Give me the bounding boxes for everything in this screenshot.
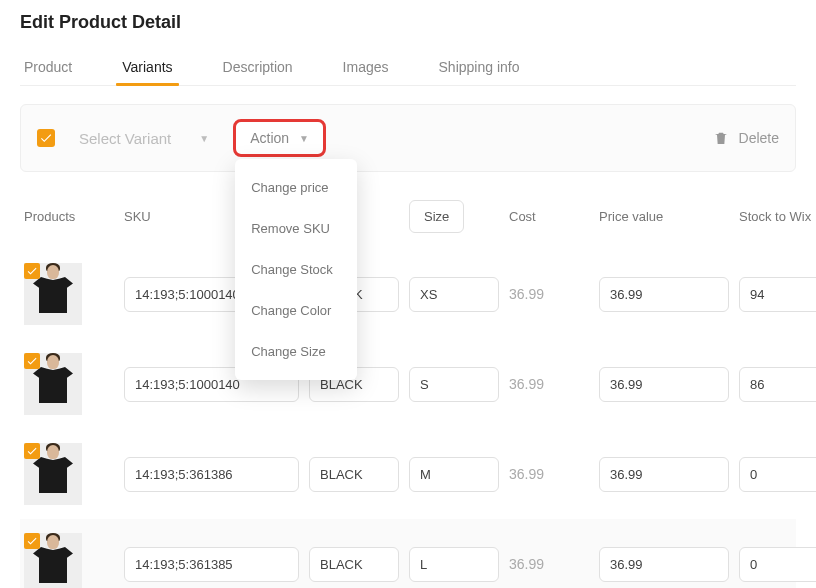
- size-input[interactable]: [409, 457, 499, 492]
- product-thumbnail[interactable]: [24, 533, 82, 588]
- size-input[interactable]: [409, 547, 499, 582]
- row-checkbox[interactable]: [24, 443, 40, 459]
- col-products: Products: [24, 209, 114, 224]
- product-thumbnail[interactable]: [24, 443, 82, 505]
- price-input[interactable]: [599, 367, 729, 402]
- color-input[interactable]: [309, 547, 399, 582]
- size-input[interactable]: [409, 277, 499, 312]
- action-dropdown-button[interactable]: Action ▼: [233, 119, 326, 157]
- toolbar: Select Variant ▼ Action ▼ Change price R…: [20, 104, 796, 172]
- row-checkbox[interactable]: [24, 533, 40, 549]
- cost-value: 36.99: [509, 466, 589, 482]
- stock-input[interactable]: [739, 367, 816, 402]
- table-header: Products SKU Size Cost Price value Stock…: [20, 190, 796, 249]
- col-cost: Cost: [509, 209, 589, 224]
- sku-input[interactable]: [124, 457, 299, 492]
- table-row: 36.99: [20, 249, 796, 339]
- trash-icon: [713, 130, 729, 146]
- tab-shipping[interactable]: Shipping info: [439, 51, 520, 85]
- tab-product[interactable]: Product: [24, 51, 72, 85]
- chevron-down-icon[interactable]: ▼: [199, 133, 209, 144]
- price-input[interactable]: [599, 457, 729, 492]
- col-price: Price value: [599, 209, 729, 224]
- action-label: Action: [250, 130, 289, 146]
- action-remove-sku[interactable]: Remove SKU: [235, 208, 357, 249]
- check-icon: [39, 131, 53, 145]
- delete-button[interactable]: Delete: [713, 130, 779, 146]
- table-row: 36.99: [20, 429, 796, 519]
- check-icon: [26, 265, 38, 277]
- row-checkbox[interactable]: [24, 353, 40, 369]
- chevron-down-icon: ▼: [299, 133, 309, 144]
- sku-input[interactable]: [124, 547, 299, 582]
- delete-label: Delete: [739, 130, 779, 146]
- tab-variants[interactable]: Variants: [122, 51, 172, 85]
- cost-value: 36.99: [509, 556, 589, 572]
- col-size: Size: [409, 200, 464, 233]
- variants-table: Products SKU Size Cost Price value Stock…: [20, 190, 796, 588]
- check-icon: [26, 355, 38, 367]
- table-row: 36.99: [20, 519, 796, 588]
- stock-input[interactable]: [739, 457, 816, 492]
- page-title: Edit Product Detail: [20, 12, 796, 33]
- stock-input[interactable]: [739, 277, 816, 312]
- product-thumbnail[interactable]: [24, 353, 82, 415]
- cost-value: 36.99: [509, 286, 589, 302]
- color-input[interactable]: [309, 457, 399, 492]
- tab-description[interactable]: Description: [223, 51, 293, 85]
- price-input[interactable]: [599, 277, 729, 312]
- tab-images[interactable]: Images: [343, 51, 389, 85]
- select-variant-label[interactable]: Select Variant: [79, 130, 171, 147]
- price-input[interactable]: [599, 547, 729, 582]
- table-row: 36.99: [20, 339, 796, 429]
- product-thumbnail[interactable]: [24, 263, 82, 325]
- cost-value: 36.99: [509, 376, 589, 392]
- col-stock: Stock to Wix: [739, 209, 816, 224]
- stock-input[interactable]: [739, 547, 816, 582]
- check-icon: [26, 535, 38, 547]
- row-checkbox[interactable]: [24, 263, 40, 279]
- tabs: Product Variants Description Images Ship…: [20, 51, 796, 86]
- action-change-stock[interactable]: Change Stock: [235, 249, 357, 290]
- select-all-checkbox[interactable]: [37, 129, 55, 147]
- action-change-size[interactable]: Change Size: [235, 331, 357, 372]
- action-change-color[interactable]: Change Color: [235, 290, 357, 331]
- action-change-price[interactable]: Change price: [235, 167, 357, 208]
- action-dropdown-menu: Change price Remove SKU Change Stock Cha…: [235, 159, 357, 380]
- size-input[interactable]: [409, 367, 499, 402]
- check-icon: [26, 445, 38, 457]
